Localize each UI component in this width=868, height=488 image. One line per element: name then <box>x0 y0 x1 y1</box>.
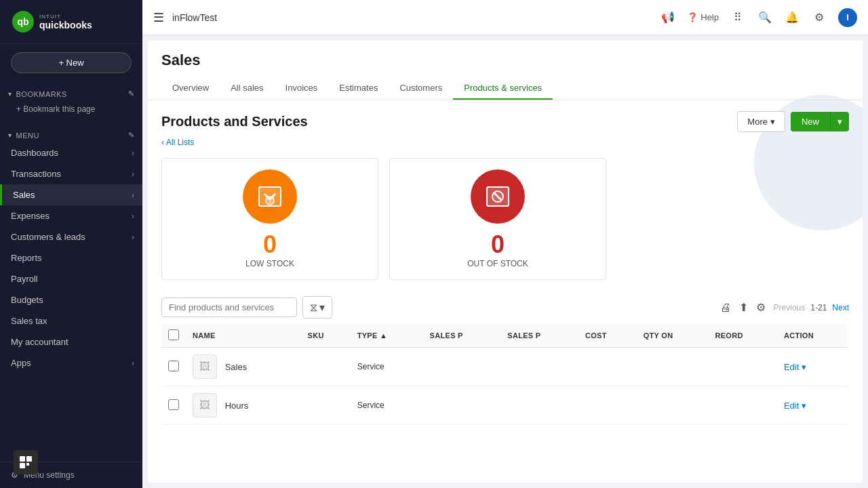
out-of-stock-icon <box>471 169 525 224</box>
sidebar-item-reports[interactable]: Reports <box>0 247 142 268</box>
sidebar-logo: qb intuit quickbooks <box>0 0 142 44</box>
sidebar-item-dashboards[interactable]: Dashboards › <box>0 142 142 163</box>
sidebar-item-customers-leads[interactable]: Customers & leads › <box>0 226 142 247</box>
sales-tax-label: Sales tax <box>11 316 47 326</box>
chevron-right-icon: › <box>132 211 134 221</box>
edit-button[interactable]: Edit ▾ <box>784 362 806 372</box>
row-checkbox[interactable] <box>168 361 179 371</box>
products-actions: More ▾ New ▾ <box>737 111 849 132</box>
tab-estimates[interactable]: Estimates <box>328 77 389 100</box>
content-area: Sales Overview All sales Invoices Estima… <box>142 35 868 488</box>
edit-menu-icon[interactable]: ✎ <box>128 131 135 140</box>
tab-customers[interactable]: Customers <box>389 77 453 100</box>
new-button[interactable]: + New <box>11 52 132 73</box>
svg-rect-7 <box>26 456 32 462</box>
sidebar-item-expenses[interactable]: Expenses › <box>0 205 142 226</box>
budgets-label: Budgets <box>11 295 43 305</box>
product-qty <box>637 348 709 386</box>
product-qty <box>637 386 709 425</box>
search-input[interactable] <box>161 298 297 317</box>
main-wrapper: ☰ inFlowTest 📢 ❓ Help ⠿ 🔍 🔔 ⚙ I Sales Ov… <box>142 0 868 488</box>
export-icon[interactable]: ⬆ <box>739 301 748 314</box>
new-product-btn-group: New ▾ <box>791 112 849 131</box>
filter-button[interactable]: ⧖ ▾ <box>302 296 332 319</box>
hamburger-icon[interactable]: ☰ <box>153 10 164 25</box>
product-sales-desc <box>500 386 578 425</box>
tab-products-services[interactable]: Products & services <box>453 77 553 100</box>
pagination-info: Previous 1-21 Next <box>774 303 849 312</box>
tab-invoices[interactable]: Invoices <box>275 77 329 100</box>
sidebar-item-budgets[interactable]: Budgets <box>0 289 142 310</box>
chevron-right-icon: › <box>132 359 134 368</box>
new-product-button[interactable]: New <box>791 112 830 131</box>
apps-grid-icon[interactable]: ⠿ <box>730 9 746 26</box>
search-icon[interactable]: 🔍 <box>757 9 773 26</box>
svg-rect-9 <box>26 463 29 466</box>
previous-button[interactable]: Previous <box>774 303 806 312</box>
bell-icon[interactable]: 🔔 <box>784 9 800 26</box>
col-reorder: REORD <box>708 324 777 348</box>
sales-header: Sales Overview All sales Invoices Estima… <box>148 41 863 100</box>
product-cost <box>578 348 637 386</box>
my-accountant-label: My accountant <box>11 337 68 347</box>
table-toolbar: ⧖ ▾ 🖨 ⬆ ⚙ Previous 1-21 Next <box>161 296 849 319</box>
low-stock-card[interactable]: ↓ 0 LOW STOCK <box>161 158 378 280</box>
quickbooks-label: quickbooks <box>39 20 92 30</box>
row-checkbox[interactable] <box>168 399 179 410</box>
bookmarks-header: ▾ BOOKMARKS ✎ <box>0 87 142 101</box>
company-name: inFlowTest <box>172 12 652 23</box>
avatar[interactable]: I <box>838 8 857 27</box>
megaphone-icon[interactable]: 📢 <box>660 9 676 26</box>
chevron-down-icon: ▾ <box>837 117 842 127</box>
table-header-row: NAME SKU TYPE ▲ SALES P SALES P COST QTY… <box>161 324 849 348</box>
sales-tabs: Overview All sales Invoices Estimates Cu… <box>161 77 849 100</box>
gear-icon[interactable]: ⚙ <box>811 9 827 26</box>
bookmark-page-item[interactable]: + Bookmark this page <box>0 101 142 117</box>
menu-label: MENU <box>16 131 39 140</box>
tab-all-sales[interactable]: All sales <box>220 77 274 100</box>
bookmarks-section: ▾ BOOKMARKS ✎ + Bookmark this page <box>0 81 142 123</box>
col-action: ACTION <box>777 324 849 348</box>
svg-rect-8 <box>20 463 25 468</box>
col-qty: QTY ON <box>637 324 709 348</box>
new-product-dropdown-button[interactable]: ▾ <box>830 112 849 131</box>
help-icon: ❓ <box>687 12 698 22</box>
print-icon[interactable]: 🖨 <box>720 302 731 314</box>
table-row: 🖼 Sales Service Edit ▾ <box>161 348 849 386</box>
apps-label: Apps <box>11 358 31 368</box>
dashboards-label: Dashboards <box>11 148 58 158</box>
product-type: Service <box>351 386 423 425</box>
table-actions: 🖨 ⬆ ⚙ Previous 1-21 Next <box>720 301 849 314</box>
sidebar-item-sales-tax[interactable]: Sales tax <box>0 310 142 331</box>
all-lists-link[interactable]: ‹ All Lists <box>161 138 849 147</box>
next-button[interactable]: Next <box>832 303 849 312</box>
products-title: Products and Services <box>161 114 308 129</box>
tab-overview[interactable]: Overview <box>161 77 220 100</box>
product-name: Sales <box>225 362 248 372</box>
menu-section: ▾ MENU ✎ Dashboards › Transactions › Sal… <box>0 123 142 379</box>
sidebar-item-transactions[interactable]: Transactions › <box>0 163 142 184</box>
settings-icon[interactable]: ⚙ <box>756 301 766 314</box>
chevron-right-icon: › <box>132 148 134 158</box>
select-all-checkbox[interactable] <box>168 329 179 340</box>
product-thumbnail: 🖼 <box>193 354 217 379</box>
help-button[interactable]: ❓ Help <box>687 12 719 22</box>
low-stock-label: LOW STOCK <box>245 259 294 268</box>
sidebar-item-sales[interactable]: Sales › <box>0 184 142 205</box>
more-button[interactable]: More ▾ <box>737 111 785 132</box>
col-sales-price: SALES P <box>423 324 501 348</box>
product-sales-price <box>423 348 501 386</box>
edit-button[interactable]: Edit ▾ <box>784 401 806 411</box>
edit-bookmarks-icon[interactable]: ✎ <box>128 89 135 98</box>
sidebar-item-apps[interactable]: Apps › <box>0 352 142 373</box>
product-sku <box>301 386 351 425</box>
col-sales-desc: SALES P <box>500 324 578 348</box>
chevron-down-icon: ▾ <box>8 90 12 98</box>
sidebar-item-my-accountant[interactable]: My accountant <box>0 331 142 352</box>
reports-label: Reports <box>11 253 42 263</box>
sidebar-item-payroll[interactable]: Payroll <box>0 268 142 289</box>
sales-title: Sales <box>161 52 849 69</box>
product-sku <box>301 348 351 386</box>
out-of-stock-card[interactable]: 0 OUT OF STOCK <box>389 158 606 280</box>
stock-cards: ↓ 0 LOW STOCK <box>161 158 849 280</box>
